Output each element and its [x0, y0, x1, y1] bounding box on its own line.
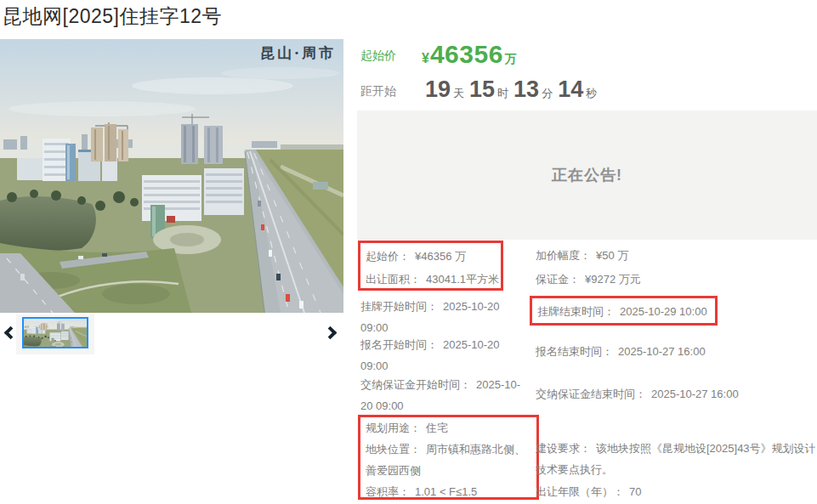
- countdown-minutes: 13: [513, 78, 539, 101]
- highlight-box-listing-end: 挂牌结束时间：2025-10-29 10:00: [530, 296, 718, 326]
- field-value: 43041.1平方米: [426, 273, 499, 286]
- field-label: 交纳保证金开始时间：: [360, 378, 471, 391]
- field-label: 报名开始时间：: [360, 338, 438, 351]
- countdown-seconds-unit: 秒: [586, 82, 597, 105]
- field-plot-ratio: 容积率：1.01 < F≤1.5: [366, 481, 535, 502]
- currency-symbol: ¥: [422, 46, 429, 71]
- field-registration-end-time: 报名结束时间：2025-10-27 16:00: [536, 341, 706, 362]
- land-listing-page: 昆地网[2025]住挂字12号 昆山·周市 起始价 ¥ 46356 万 距开始 …: [0, 0, 817, 504]
- photo-thumbnail-selected[interactable]: [22, 317, 88, 348]
- field-label: 出让年限（年）：: [536, 485, 624, 498]
- thumbnail-strip: [16, 314, 94, 354]
- countdown-minutes-unit: 分: [542, 82, 553, 105]
- price-amount: 46356: [430, 42, 503, 67]
- countdown-days: 19: [425, 78, 451, 101]
- countdown-label: 距开始: [360, 84, 396, 99]
- field-label: 加价幅度：: [536, 249, 591, 262]
- field-listing-start-time: 挂牌开始时间：2025-10-20 09:00: [360, 296, 529, 338]
- field-registration-start-time: 报名开始时间：2025-10-20 09:00: [360, 334, 529, 377]
- field-label: 规划用途：: [366, 422, 421, 434]
- countdown-timer: 19天 15时 13分 14秒: [425, 78, 602, 105]
- thumbnail-illustration: [24, 319, 87, 347]
- field-label: 起始价：: [366, 250, 410, 263]
- field-value: ¥46356 万: [415, 250, 466, 263]
- property-photo: 昆山·周市: [0, 39, 343, 313]
- field-label: 挂牌结束时间：: [537, 305, 615, 318]
- field-label: 地块位置：: [366, 443, 421, 456]
- countdown-hours: 15: [469, 78, 495, 101]
- start-price-label: 起始价: [360, 48, 396, 64]
- carousel-next-button[interactable]: [326, 321, 343, 343]
- field-start-price: 起始价：¥46356 万: [366, 245, 501, 268]
- countdown-seconds: 14: [558, 78, 583, 101]
- field-value: 住宅: [426, 422, 448, 434]
- field-deposit-start-time: 交纳保证金开始时间：2025-10-20 09:00: [360, 374, 529, 416]
- field-deposit-end-time: 交纳保证金结束时间：2025-10-27 16:00: [536, 383, 739, 405]
- countdown-hours-unit: 时: [497, 82, 508, 105]
- field-bid-increment: 加价幅度：¥50 万: [536, 245, 628, 266]
- photo-watermark: 昆山·周市: [260, 43, 336, 63]
- field-label: 建设要求：: [536, 442, 591, 455]
- field-label: 报名结束时间：: [536, 345, 613, 358]
- field-value: 2025-10-27 16:00: [651, 388, 739, 400]
- field-value: 1.01 < F≤1.5: [415, 485, 477, 498]
- field-transfer-term: 出让年限（年）：70: [536, 481, 641, 502]
- countdown-days-unit: 天: [453, 82, 464, 105]
- price-unit: 万: [505, 46, 517, 71]
- field-value: ¥9272 万元: [585, 273, 641, 286]
- field-listing-end-time: 挂牌结束时间：2025-10-29 10:00: [537, 301, 715, 322]
- aerial-photo-illustration: [0, 39, 343, 313]
- field-plot-location: 地块位置：周市镇和惠路北侧、善爱园西侧: [366, 439, 535, 481]
- field-planned-use: 规划用途：住宅: [366, 417, 535, 439]
- highlight-box-price-area: 起始价：¥46356 万 出让面积：43041.1平方米: [358, 241, 503, 291]
- field-label: 交纳保证金结束时间：: [536, 388, 646, 400]
- field-value: ¥50 万: [596, 249, 628, 262]
- page-title: 昆地网[2025]住挂字12号: [3, 3, 222, 30]
- field-deposit: 保证金：¥9272 万元: [536, 269, 641, 290]
- field-label: 保证金：: [536, 273, 580, 286]
- field-value: 2025-10-27 16:00: [618, 345, 706, 358]
- chevron-left-icon: [4, 326, 18, 339]
- status-text: 正在公告!: [552, 165, 622, 185]
- start-price-value: ¥ 46356 万: [422, 42, 517, 71]
- status-banner: 正在公告!: [357, 110, 817, 240]
- field-label: 出让面积：: [366, 273, 421, 286]
- field-label: 容积率：: [366, 485, 410, 498]
- field-value: 2025-10-29 10:00: [620, 305, 707, 318]
- auction-info-panel: 起始价 ¥ 46356 万 距开始 19天 15时 13分 14秒 正在公告! …: [357, 38, 817, 504]
- highlight-box-planning-area: 规划用途：住宅 地块位置：周市镇和惠路北侧、善爱园西侧 容积率：1.01 < F…: [358, 415, 539, 500]
- field-label: 挂牌开始时间：: [360, 300, 438, 313]
- chevron-right-icon: [324, 326, 338, 339]
- field-value: 70: [629, 485, 641, 498]
- field-construction-requirements: 建设要求：该地块按照《昆规地设[2025]43号》规划设计技术要点执行。: [536, 438, 817, 480]
- field-transfer-area: 出让面积：43041.1平方米: [366, 268, 501, 291]
